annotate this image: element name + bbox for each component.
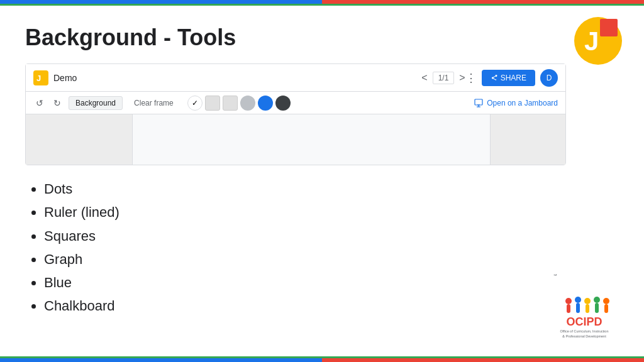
more-options-button[interactable]: ⋮ bbox=[465, 71, 477, 85]
svg-point-12 bbox=[575, 297, 581, 303]
share-label: SHARE bbox=[501, 74, 526, 82]
color-blue[interactable] bbox=[258, 96, 273, 111]
bottom-bar-primary bbox=[0, 358, 644, 362]
clear-frame-button[interactable]: Clear frame bbox=[128, 97, 180, 109]
svg-text:LEADING AND LEARNING TOGETHER: LEADING AND LEARNING TOGETHER bbox=[553, 274, 611, 276]
svg-text:J: J bbox=[36, 74, 41, 83]
svg-rect-11 bbox=[567, 304, 570, 313]
svg-rect-15 bbox=[586, 304, 589, 313]
list-item: Dots bbox=[44, 178, 619, 200]
jamboard-header: J Demo < 1/1 > ⋮ SHARE D bbox=[26, 64, 565, 92]
jamboard-canvas bbox=[26, 114, 565, 165]
slide-indicator: 1/1 bbox=[433, 72, 455, 84]
color-light-gray[interactable] bbox=[240, 96, 255, 111]
svg-rect-19 bbox=[604, 304, 608, 313]
list-item: Blue bbox=[44, 272, 619, 293]
jamboard-toolbar: ↺ ↻ Background Clear frame ✓ bbox=[26, 92, 565, 114]
jamboard-actions: ⋮ SHARE D bbox=[465, 69, 558, 87]
canvas-main bbox=[133, 114, 490, 165]
color-lines[interactable] bbox=[205, 96, 220, 111]
color-dark[interactable] bbox=[275, 96, 291, 111]
undo-button[interactable]: ↺ bbox=[33, 97, 46, 109]
canvas-thumbnail-right bbox=[490, 114, 565, 165]
open-on-jamboard-button[interactable]: Open on a Jamboard bbox=[474, 99, 558, 107]
color-palette: ✓ bbox=[187, 96, 291, 111]
jamboard-logo-icon: J bbox=[33, 70, 48, 85]
svg-text:& Professional Development: & Professional Development bbox=[562, 334, 606, 338]
svg-text:OCIPD: OCIPD bbox=[566, 315, 602, 328]
list-item: Graph bbox=[44, 248, 619, 270]
jamboard-title: Demo bbox=[53, 73, 296, 83]
color-white-selected[interactable]: ✓ bbox=[187, 96, 203, 111]
prev-slide-button[interactable]: < bbox=[421, 72, 427, 84]
svg-text:Office of Curriculum, Instruct: Office of Curriculum, Instruction bbox=[560, 329, 609, 333]
canvas-thumbnail-left bbox=[26, 114, 133, 165]
next-slide-button[interactable]: > bbox=[459, 72, 465, 84]
redo-button[interactable]: ↻ bbox=[51, 97, 64, 109]
user-avatar: D bbox=[540, 69, 558, 87]
svg-point-18 bbox=[603, 298, 609, 304]
ocipd-logo: LEADING AND LEARNING TOGETHER OCIPD Offi… bbox=[543, 274, 625, 343]
svg-point-10 bbox=[565, 298, 572, 304]
list-item: Squares bbox=[44, 225, 619, 247]
svg-point-16 bbox=[594, 297, 600, 303]
color-dots[interactable] bbox=[223, 96, 238, 111]
svg-rect-5 bbox=[475, 99, 482, 105]
jamboard-mockup: J Demo < 1/1 > ⋮ SHARE D bbox=[25, 63, 566, 165]
svg-rect-13 bbox=[576, 303, 580, 313]
list-item: Ruler (lined) bbox=[44, 201, 619, 223]
share-button[interactable]: SHARE bbox=[482, 70, 535, 86]
svg-point-14 bbox=[584, 298, 591, 304]
top-bar-secondary bbox=[0, 4, 644, 6]
open-jamboard-label: Open on a Jamboard bbox=[487, 99, 558, 107]
svg-rect-17 bbox=[595, 303, 599, 313]
slide-navigation: < 1/1 > bbox=[421, 72, 465, 84]
list-item: Chalkboard bbox=[44, 295, 619, 317]
bottom-bar-secondary bbox=[0, 356, 644, 358]
background-button[interactable]: Background bbox=[69, 96, 123, 110]
share-icon bbox=[491, 74, 498, 82]
monitor-icon bbox=[474, 99, 483, 107]
bullet-list: Dots Ruler (lined) Squares Graph Blue Ch… bbox=[25, 178, 619, 317]
page-title: Background - Tools bbox=[25, 24, 619, 51]
